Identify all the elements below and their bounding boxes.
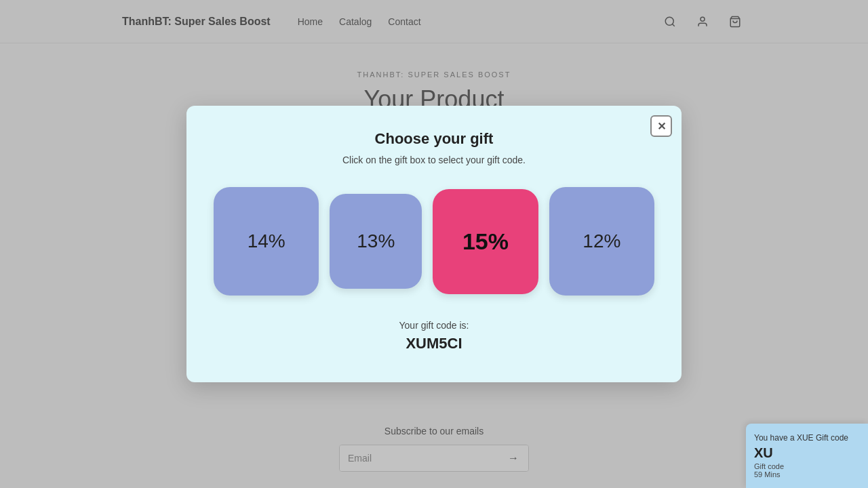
modal-close-button[interactable]: ✕: [650, 115, 672, 137]
notification-code: XU: [754, 445, 860, 461]
gift-box-2[interactable]: 13%: [330, 194, 422, 289]
notification-corner: You have a XUE Gift code XU Gift code 59…: [746, 424, 868, 488]
gift-box-1[interactable]: 14%: [214, 187, 319, 296]
page-background: ThanhBT: Super Sales Boost Home Catalog …: [0, 0, 868, 488]
modal-overlay: ✕ Choose your gift Click on the gift box…: [0, 0, 868, 488]
notification-sub: Gift code: [754, 462, 860, 470]
gift-code-value: XUM5CI: [214, 335, 654, 352]
modal-subtitle: Click on the gift box to select your gif…: [214, 155, 654, 165]
gift-code-section: Your gift code is: XUM5CI: [214, 320, 654, 352]
gift-box-3[interactable]: 15%: [433, 189, 538, 294]
notification-title: You have a XUE Gift code: [754, 433, 860, 443]
modal-title: Choose your gift: [214, 130, 654, 148]
gift-modal: ✕ Choose your gift Click on the gift box…: [186, 106, 682, 382]
notification-time: 59 Mins: [754, 470, 860, 479]
gift-box-4[interactable]: 12%: [549, 187, 654, 296]
gift-boxes-container: 14% 13% 15% 12%: [214, 187, 654, 296]
gift-code-label: Your gift code is:: [214, 320, 654, 331]
